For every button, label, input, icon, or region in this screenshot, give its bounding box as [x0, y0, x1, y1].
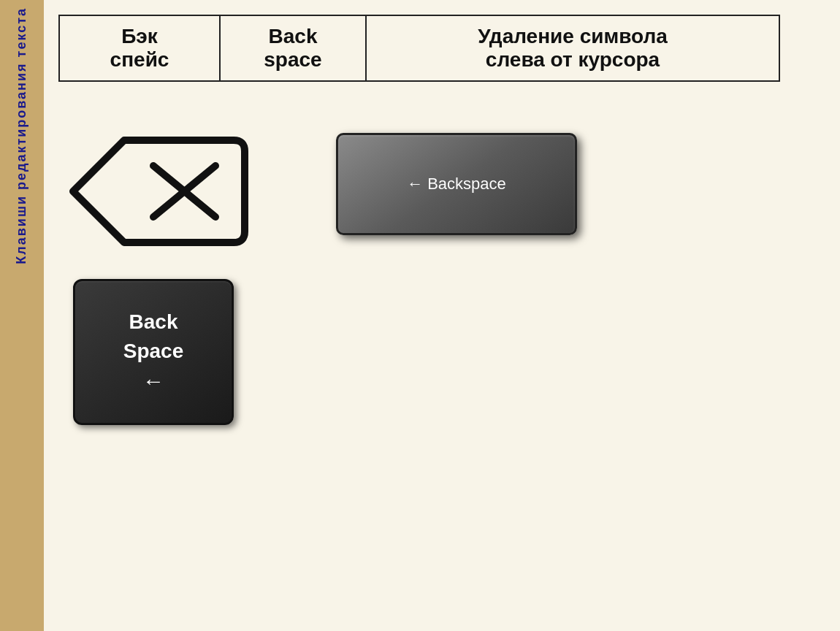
left-column: Back Space ←: [58, 104, 248, 425]
sidebar: Клавиши редактирования текста: [0, 0, 44, 631]
table-col3: Удаление символаслева от курсора: [366, 15, 779, 81]
sidebar-text: Клавиши редактирования текста: [13, 7, 30, 264]
info-table: Бэкспейс Backspace Удаление символаслева…: [58, 15, 780, 82]
gray-backspace-key: ← Backspace: [336, 133, 577, 235]
gray-key-arrow: ←: [407, 175, 423, 194]
dark-key-arrow: ←: [142, 369, 164, 394]
table-col1: Бэкспейс: [59, 15, 220, 81]
gray-key-label: ← Backspace: [407, 175, 506, 194]
gray-key-text: Backspace: [427, 175, 506, 194]
table-col2: Backspace: [220, 15, 366, 81]
main-content: Бэкспейс Backspace Удаление символаслева…: [44, 0, 840, 631]
dark-key-text-line1: Back: [129, 310, 178, 334]
content-area: Back Space ← ← Backspace: [58, 104, 818, 616]
dark-key-text-line2: Space: [123, 340, 184, 363]
backspace-arrow-icon: [58, 118, 248, 264]
dark-backspace-key: Back Space ←: [73, 279, 234, 425]
right-column: ← Backspace: [336, 133, 577, 235]
